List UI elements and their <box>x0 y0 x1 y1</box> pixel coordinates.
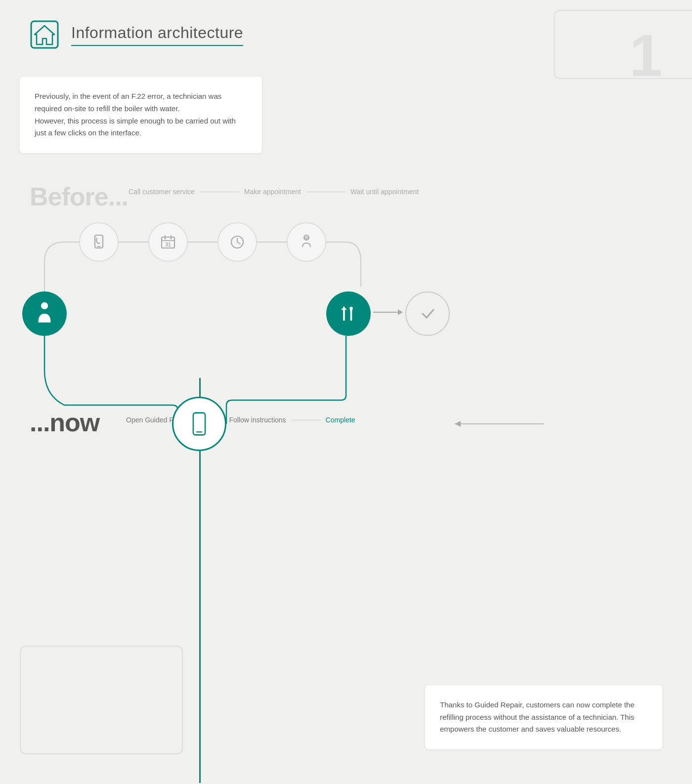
phone-circle <box>172 397 226 451</box>
now-label: ...now <box>30 408 99 437</box>
svg-text:31: 31 <box>165 242 171 248</box>
page-number: 1 <box>629 26 662 85</box>
svg-marker-3 <box>35 26 54 44</box>
clock-icon-circle <box>217 222 257 262</box>
now-step-3: Complete <box>326 416 355 424</box>
svg-marker-1 <box>455 421 461 427</box>
tools-circle <box>326 291 371 336</box>
header: Information architecture 1 <box>0 0 692 49</box>
before-label: Before... <box>30 182 128 211</box>
technician-icon-circle <box>287 222 326 262</box>
page-title: Information architecture <box>71 24 243 41</box>
intro-text-box: Previously, in the event of an F.22 erro… <box>20 77 262 153</box>
svg-point-17 <box>41 302 48 309</box>
before-step-3: Wait until appointment <box>350 188 419 196</box>
bottom-left-box <box>20 646 183 754</box>
bottom-right-text-box: Thanks to Guided Repair, customers can n… <box>425 685 662 749</box>
svg-rect-15 <box>304 237 308 239</box>
home-icon <box>30 20 59 49</box>
bottom-right-text: Thanks to Guided Repair, customers can n… <box>440 699 648 736</box>
before-icons-row: 31 <box>79 222 326 262</box>
phone-call-icon-circle <box>79 222 119 262</box>
person-circle <box>22 291 67 336</box>
calendar-icon-circle: 31 <box>148 222 188 262</box>
svg-line-13 <box>237 242 240 244</box>
before-steps: Call customer service Make appointment W… <box>129 188 419 196</box>
svg-marker-21 <box>349 307 353 311</box>
before-step-2: Make appointment <box>244 188 301 196</box>
tools-to-check-arrow <box>373 309 403 315</box>
before-step-1: Call customer service <box>129 188 195 196</box>
now-step-2: Follow instructions <box>229 416 286 424</box>
intro-text: Previously, in the event of an F.22 erro… <box>35 90 247 139</box>
title-underline: Information architecture <box>71 24 243 46</box>
now-steps: Open Guided Repair Follow instructions C… <box>126 416 355 424</box>
page-number-box: 1 <box>554 10 692 79</box>
check-circle <box>405 291 450 336</box>
